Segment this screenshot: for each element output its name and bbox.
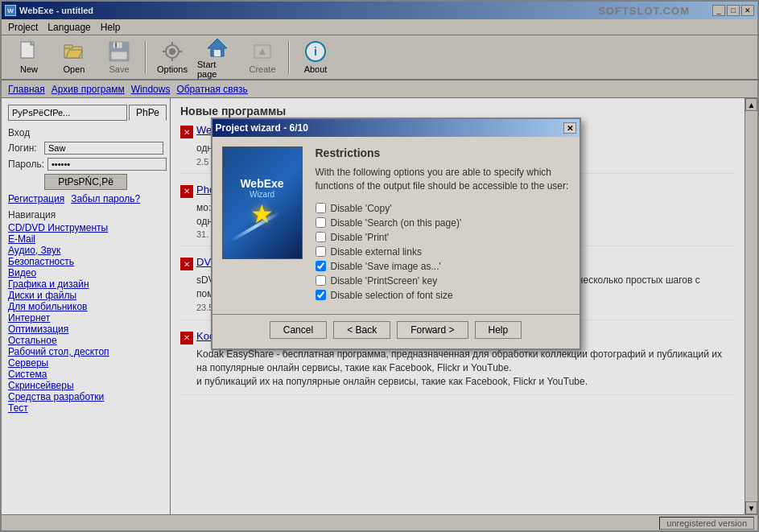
disable-save-image-label: Disable 'Save image as...' bbox=[331, 261, 441, 272]
modal-logo-title: WebExe bbox=[240, 177, 283, 190]
checkbox-row-4: Disable 'Save image as...' bbox=[316, 261, 570, 272]
modal-close-button[interactable]: ✕ bbox=[563, 122, 576, 134]
modal-overlay: Project wizard - 6/10 ✕ WebExe Wizard ★ … bbox=[2, 2, 757, 530]
forward-button[interactable]: Forward > bbox=[397, 321, 468, 339]
back-button[interactable]: < Back bbox=[333, 321, 390, 339]
checkbox-list: Disable 'Copy' Disable 'Search (on this … bbox=[316, 203, 570, 301]
disable-search-label: Disable 'Search (on this page)' bbox=[331, 217, 462, 229]
help-button[interactable]: Help bbox=[475, 321, 522, 339]
modal-left-panel: WebExe Wizard ★ bbox=[222, 146, 303, 304]
disable-font-size-label: Disable selection of font size bbox=[331, 290, 453, 301]
disable-copy-checkbox[interactable] bbox=[316, 203, 326, 213]
disable-print-checkbox[interactable] bbox=[316, 232, 326, 242]
checkbox-row-1: Disable 'Search (on this page)' bbox=[316, 217, 570, 229]
disable-external-label: Disable external links bbox=[331, 246, 422, 258]
modal-title: Project wizard - 6/10 bbox=[216, 122, 308, 134]
disable-printscreen-checkbox[interactable] bbox=[316, 275, 326, 286]
modal-section-title: Restrictions bbox=[316, 146, 570, 159]
modal-title-bar: Project wizard - 6/10 ✕ bbox=[212, 119, 580, 137]
modal-desc: With the following options you are able … bbox=[316, 166, 570, 193]
disable-printscreen-label: Disable 'PrintScreen' key bbox=[331, 275, 438, 287]
modal-body: WebExe Wizard ★ Restrictions With the fo… bbox=[212, 137, 580, 314]
checkbox-row-2: Disable 'Print' bbox=[316, 232, 570, 243]
disable-search-checkbox[interactable] bbox=[316, 217, 326, 228]
modal-footer: Cancel < Back Forward > Help bbox=[212, 314, 580, 348]
disable-copy-label: Disable 'Copy' bbox=[331, 203, 392, 214]
modal-dialog: Project wizard - 6/10 ✕ WebExe Wizard ★ … bbox=[211, 118, 581, 350]
disable-font-size-checkbox[interactable] bbox=[316, 290, 326, 300]
disable-external-checkbox[interactable] bbox=[316, 246, 326, 257]
disable-save-image-checkbox[interactable] bbox=[316, 261, 326, 271]
checkbox-row-6: Disable selection of font size bbox=[316, 290, 570, 301]
modal-graphic: WebExe Wizard ★ bbox=[222, 146, 303, 259]
modal-right-panel: Restrictions With the following options … bbox=[316, 146, 570, 304]
checkbox-row-3: Disable external links bbox=[316, 246, 570, 258]
cancel-button[interactable]: Cancel bbox=[270, 321, 327, 339]
checkbox-row-0: Disable 'Copy' bbox=[316, 203, 570, 214]
modal-logo-sub: Wizard bbox=[250, 190, 274, 199]
checkbox-row-5: Disable 'PrintScreen' key bbox=[316, 275, 570, 287]
main-window: W WebExe - untitled SOFTSLOT.COM _ □ ✕ P… bbox=[0, 0, 759, 532]
disable-print-label: Disable 'Print' bbox=[331, 232, 390, 243]
